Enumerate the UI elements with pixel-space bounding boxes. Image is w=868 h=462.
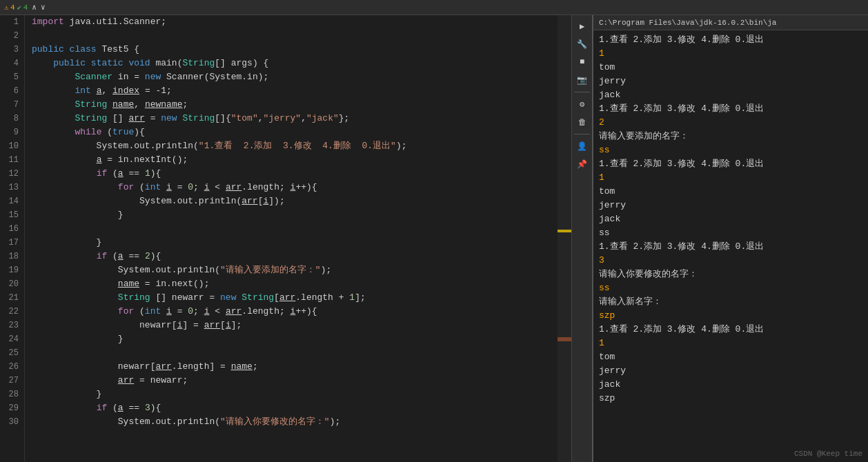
line-numbers: 1234567891011121314151617181920212223242… [0, 15, 25, 462]
code-line-30: System.out.println("请输入你要修改的名字："); [32, 415, 551, 429]
code-line-28: } [32, 388, 551, 401]
code-line-16 [32, 222, 551, 236]
output-line: ss [599, 143, 862, 157]
check-count: 4 [23, 3, 28, 12]
output-line: jerry [599, 74, 862, 88]
code-line-8: String [] arr = new String[]{"tom","jerr… [32, 112, 551, 125]
code-line-25 [32, 346, 551, 360]
output-content[interactable]: 1.查看 2.添加 3.修改 4.删除 0.退出1tomjerryjack1.查… [593, 30, 868, 462]
code-line-1: import java.util.Scanner; [32, 15, 551, 29]
output-line: 3 [599, 254, 862, 268]
run-button[interactable]: ▶ [574, 18, 591, 34]
code-line-10: System.out.println("1.查看 2.添加 3.修改 4.删除 … [32, 139, 551, 153]
check-icon: ✔ [17, 3, 21, 12]
output-line: tom [599, 185, 862, 199]
output-line: jerry [599, 199, 862, 212]
output-line: 1 [599, 47, 862, 61]
warning-icon: ⚠ [4, 3, 8, 12]
code-line-19: System.out.println("请输入要添加的名字："); [32, 263, 551, 277]
build-button[interactable]: 🔧 [574, 36, 591, 52]
code-line-26: newarr[arr.length] = name; [32, 360, 551, 374]
output-line: 1.查看 2.添加 3.修改 4.删除 0.退出 [599, 157, 862, 171]
code-line-24: } [32, 332, 551, 346]
minimap-highlight-1 [558, 230, 571, 232]
output-line: jack [599, 88, 862, 102]
output-line: 请输入你要修改的名字： [599, 268, 862, 281]
code-line-6: int a, index = -1; [32, 84, 551, 98]
settings-button[interactable]: ⚙ [574, 96, 591, 112]
code-line-2 [32, 29, 551, 43]
code-line-13: for (int i = 0; i < arr.length; i++){ [32, 181, 551, 194]
user-button[interactable]: 👤 [574, 138, 591, 154]
code-line-12: if (a == 1){ [32, 167, 551, 181]
code-line-29: if (a == 3){ [32, 401, 551, 415]
output-header: C:\Program Files\Java\jdk-16.0.2\bin\ja [593, 15, 868, 30]
output-line: jack [599, 212, 862, 226]
warning-badge: ⚠ 4 ✔ 4 [4, 3, 28, 12]
output-line: 1.查看 2.添加 3.修改 4.删除 0.退出 [599, 102, 862, 116]
code-line-23: newarr[i] = arr[i]; [32, 319, 551, 332]
output-panel: C:\Program Files\Java\jdk-16.0.2\bin\ja … [592, 15, 868, 462]
code-area[interactable]: import java.util.Scanner; public class T… [25, 15, 558, 462]
output-line: ss [599, 226, 862, 240]
output-line: 1.查看 2.添加 3.修改 4.删除 0.退出 [599, 33, 862, 47]
output-line: szp [599, 392, 862, 405]
output-line: 请输入要添加的名字： [599, 130, 862, 143]
code-line-18: if (a == 2){ [32, 250, 551, 263]
code-line-27: arr = newarr; [32, 374, 551, 388]
code-line-15: } [32, 208, 551, 222]
minimap-highlight-2 [558, 337, 571, 341]
code-line-9: while (true){ [32, 125, 551, 139]
output-line: 请输入新名字： [599, 295, 862, 309]
code-line-5: Scanner in = new Scanner(System.in); [32, 70, 551, 84]
output-line: szp [599, 309, 862, 323]
code-line-11: a = in.nextInt(); [32, 153, 551, 167]
output-line: ss [599, 281, 862, 295]
output-line: tom [599, 350, 862, 364]
output-line: 1 [599, 337, 862, 350]
toolbar-sep-1 [574, 92, 590, 92]
toolbar-sep-2 [574, 134, 590, 134]
output-line: 1.查看 2.添加 3.修改 4.删除 0.退出 [599, 323, 862, 337]
code-line-7: String name, newname; [32, 98, 551, 112]
nav-arrows: ∧ ∨ [30, 3, 46, 12]
stop-button[interactable]: ■ [574, 54, 591, 70]
output-line: jack [599, 378, 862, 392]
code-line-17: } [32, 236, 551, 250]
output-path: C:\Program Files\Java\jdk-16.0.2\bin\ja [599, 19, 776, 27]
top-bar: ⚠ 4 ✔ 4 ∧ ∨ [0, 0, 868, 15]
editor-wrapper: ⚠ 4 ✔ 4 ∧ ∨ 1234567891011121314151617181… [0, 0, 868, 462]
code-line-20: name = in.next(); [32, 277, 551, 291]
screenshot-button[interactable]: 📷 [574, 72, 591, 88]
pin-button[interactable]: 📌 [574, 156, 591, 172]
code-line-14: System.out.println(arr[i]); [32, 194, 551, 208]
warning-count: 4 [10, 3, 15, 12]
code-line-21: String [] newarr = new String[arr.length… [32, 291, 551, 305]
output-line: jerry [599, 364, 862, 378]
output-line: 1 [599, 171, 862, 185]
code-line-22: for (int i = 0; i < arr.length; i++){ [32, 305, 551, 319]
output-line: tom [599, 61, 862, 74]
output-line: 1.查看 2.添加 3.修改 4.删除 0.退出 [599, 240, 862, 254]
csdn-watermark: CSDN @Keep time [794, 450, 862, 458]
nav-up[interactable]: ∧ [30, 3, 38, 12]
delete-button[interactable]: 🗑 [574, 114, 591, 130]
output-line: 2 [599, 116, 862, 130]
code-line-3: public class Test5 { [32, 43, 551, 57]
minimap [558, 15, 571, 462]
code-line-4: public static void main(String[] args) { [32, 57, 551, 70]
nav-down[interactable]: ∨ [39, 3, 47, 12]
toolbar: ▶ 🔧 ■ 📷 ⚙ 🗑 👤 📌 [571, 15, 592, 462]
editor-body: 1234567891011121314151617181920212223242… [0, 15, 868, 462]
